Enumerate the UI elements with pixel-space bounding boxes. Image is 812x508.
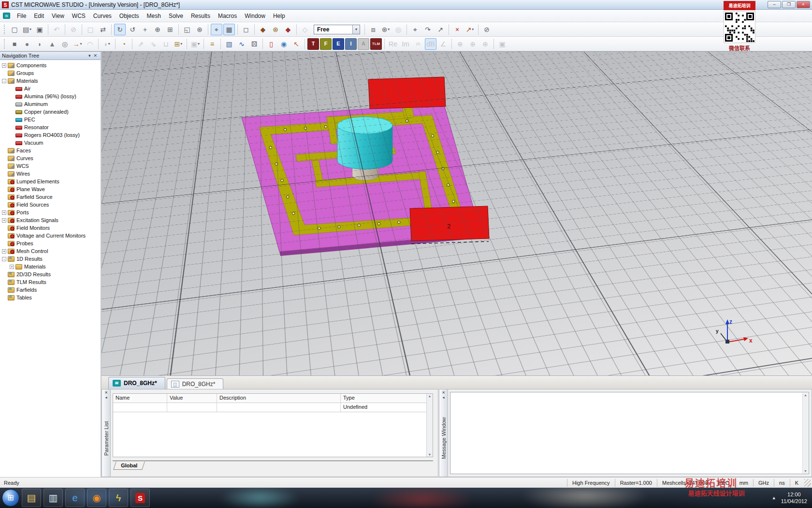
- tree-item-tlm-results[interactable]: TLM Results: [0, 278, 101, 286]
- material-tool-red-icon[interactable]: ◆: [282, 24, 294, 35]
- transform-shape-icon[interactable]: ⇗: [135, 38, 146, 50]
- tree-item-faces[interactable]: Faces: [0, 147, 101, 154]
- open-file-icon[interactable]: ▤▾: [21, 24, 33, 35]
- tree-item-1d-results[interactable]: -1D Results: [0, 255, 101, 263]
- menu-help[interactable]: Help: [269, 12, 289, 20]
- toolbar-grip[interactable]: [4, 39, 5, 49]
- export-results-icon[interactable]: ▣: [496, 38, 508, 50]
- panel-close-icon[interactable]: ✕: [92, 53, 99, 58]
- create-sphere-icon[interactable]: ●: [21, 38, 33, 50]
- save-icon[interactable]: ▣: [34, 24, 45, 35]
- tree-item-field-sources[interactable]: Field Sources: [0, 201, 101, 209]
- frequency-solver-icon[interactable]: F: [320, 38, 332, 50]
- menu-macros[interactable]: Macros: [214, 12, 241, 20]
- column-header-type[interactable]: Type: [341, 394, 433, 403]
- rotate-view-icon[interactable]: ↻: [114, 24, 126, 35]
- panel-pin-icon[interactable]: ◂: [105, 395, 107, 400]
- chevron-down-icon[interactable]: ▾: [29, 27, 31, 31]
- material-parameters-icon[interactable]: ⊛: [270, 24, 281, 35]
- clear-picks-icon[interactable]: ⊘: [481, 24, 493, 35]
- taskbar-internet-explorer-icon[interactable]: e: [65, 489, 85, 507]
- show-working-plane-raster-icon[interactable]: ▦: [223, 24, 235, 35]
- title-bar[interactable]: S CST MICROWAVE STUDIO - [University Ver…: [0, 0, 812, 10]
- tree-expander-icon[interactable]: +: [2, 249, 6, 254]
- taskbar-media-app-icon[interactable]: ϟ: [109, 489, 128, 507]
- tree-item-plane-wave[interactable]: Plane Wave: [0, 185, 101, 193]
- align-shape-icon[interactable]: ⇘: [147, 38, 159, 50]
- shape-blend-icon[interactable]: ◇: [299, 24, 311, 35]
- tray-expand-icon[interactable]: ▲: [772, 495, 776, 500]
- pick-pointer-icon[interactable]: ↖: [290, 38, 302, 50]
- panel-menu-icon[interactable]: ▾: [87, 53, 92, 58]
- loft-icon[interactable]: ◠: [84, 38, 96, 50]
- restore-button[interactable]: ❐: [782, 1, 796, 8]
- column-header-value[interactable]: Value: [167, 394, 217, 403]
- global-mesh-properties-icon[interactable]: ⊛▾: [380, 24, 392, 35]
- select-tool-icon[interactable]: ▢: [85, 24, 96, 35]
- taskbar-clock[interactable]: 12:00 11/04/2012: [781, 491, 807, 505]
- panel-close-icon[interactable]: ✕: [104, 390, 108, 395]
- frequency-range-icon[interactable]: ∿: [236, 38, 247, 50]
- extrude-icon[interactable]: →▾: [72, 38, 83, 50]
- 3d-viewport[interactable]: 2 z x y: [102, 51, 812, 375]
- close-button[interactable]: ×: [797, 1, 810, 8]
- boolean-tool-icon[interactable]: ⊔: [160, 38, 172, 50]
- rotate-in-plane-icon[interactable]: ↺: [127, 24, 138, 35]
- zoom-rectangle-icon[interactable]: ⊞: [164, 24, 176, 35]
- parametric-update-icon[interactable]: ◉: [278, 38, 290, 50]
- tree-expander-icon[interactable]: +: [10, 265, 14, 269]
- menu-results[interactable]: Results: [187, 12, 214, 20]
- tree-item-voltage-and-current-monitors[interactable]: Voltage and Current Monitors: [0, 232, 101, 239]
- undo-icon[interactable]: ↶: [51, 24, 62, 35]
- column-header-name[interactable]: Name: [113, 394, 167, 403]
- menu-view[interactable]: View: [48, 12, 68, 20]
- pick-points-icon[interactable]: ↗▾: [464, 24, 476, 35]
- material-tool-brown-icon[interactable]: ◆: [257, 24, 269, 35]
- farfield-plot-2-icon[interactable]: ⊕: [467, 38, 478, 50]
- background-properties-icon[interactable]: ▧: [223, 38, 235, 50]
- document-tab-model[interactable]: ≋DRO_8GHz*: [108, 377, 165, 389]
- tree-item-ports[interactable]: +Ports: [0, 209, 101, 216]
- taskbar-firefox-icon[interactable]: ◉: [87, 489, 106, 507]
- pick-mode-combo[interactable]: Free▾: [314, 25, 360, 34]
- chevron-down-icon[interactable]: ▾: [80, 42, 82, 46]
- parameter-row[interactable]: Undefined: [113, 403, 433, 412]
- view-options-icon[interactable]: ⊛: [194, 24, 205, 35]
- blend-icon[interactable]: ◖▾: [101, 38, 113, 50]
- menu-file[interactable]: File: [13, 12, 30, 20]
- menu-objects[interactable]: Objects: [116, 12, 143, 20]
- eigenmode-solver-icon[interactable]: E: [333, 38, 344, 50]
- plot-magnitude-icon[interactable]: |0|: [412, 38, 424, 50]
- menu-mesh[interactable]: Mesh: [143, 12, 165, 20]
- panel-pin-icon[interactable]: ◂: [442, 395, 444, 400]
- tree-item-excitation-signals[interactable]: +Excitation Signals: [0, 216, 101, 224]
- tree-expander-icon[interactable]: -: [2, 257, 6, 261]
- menu-curves[interactable]: Curves: [89, 12, 116, 20]
- integral-solver-icon[interactable]: I: [345, 38, 357, 50]
- tree-item-wcs[interactable]: WCS: [0, 162, 101, 170]
- tree-expander-icon[interactable]: -: [2, 79, 6, 83]
- tlm-solver-icon[interactable]: TLM: [370, 38, 382, 50]
- tree-item-components[interactable]: +Components: [0, 61, 101, 69]
- tree-item-pec[interactable]: PEC: [0, 116, 101, 123]
- chevron-down-icon[interactable]: ▾: [388, 27, 390, 31]
- create-cone-icon[interactable]: ▲: [46, 38, 58, 50]
- menu-wcs[interactable]: WCS: [68, 12, 89, 20]
- working-plane-properties-icon[interactable]: ⧈: [367, 24, 379, 35]
- tree-item-vacuum[interactable]: Vacuum: [0, 139, 101, 147]
- tree-item-copper-annealed[interactable]: Copper (annealed): [0, 108, 101, 116]
- tree-item-farfields[interactable]: Farfields: [0, 286, 101, 294]
- tree-item-materials[interactable]: +Materials: [0, 263, 101, 270]
- pan-view-icon[interactable]: +: [139, 24, 151, 35]
- column-header-description[interactable]: Description: [217, 394, 341, 403]
- parameter-table-scrollbar[interactable]: ▲ ▼: [426, 394, 433, 457]
- start-button[interactable]: ⊞: [2, 489, 19, 507]
- tree-item-air[interactable]: Air: [0, 85, 101, 92]
- tree-item-farfield-source[interactable]: Farfield Source: [0, 193, 101, 201]
- new-file-icon[interactable]: ▢: [9, 24, 20, 35]
- resize-grip[interactable]: [804, 479, 811, 487]
- tree-item-probes[interactable]: Probes: [0, 239, 101, 247]
- units-icon[interactable]: ≡: [206, 38, 218, 50]
- document-tab-schematic[interactable]: ◫DRO_8GHz*: [167, 378, 224, 389]
- plot-real-icon[interactable]: Re: [387, 38, 399, 50]
